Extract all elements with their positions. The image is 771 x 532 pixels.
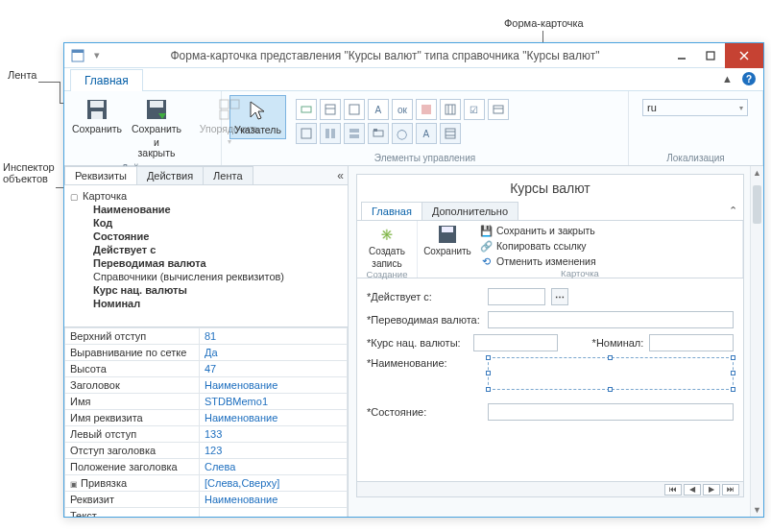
control-item[interactable]: [296, 99, 317, 120]
property-row[interactable]: Текст: [65, 508, 348, 518]
control-item[interactable]: ◯: [392, 123, 413, 144]
scroll-up-icon[interactable]: ▲: [751, 166, 763, 180]
property-value[interactable]: 47: [200, 361, 348, 377]
tree-item[interactable]: Переводимая валюта: [84, 256, 342, 270]
currency-input[interactable]: [488, 311, 734, 328]
control-item[interactable]: [416, 99, 437, 120]
collapse-left-icon[interactable]: «: [337, 169, 344, 182]
tree-item[interactable]: Код: [84, 216, 342, 230]
control-item[interactable]: [344, 99, 365, 120]
property-value[interactable]: 81: [200, 328, 348, 345]
property-value[interactable]: Наименование: [200, 377, 348, 394]
maximize-button[interactable]: [696, 43, 725, 68]
svg-rect-18: [422, 105, 431, 114]
scroll-down-icon[interactable]: ▼: [751, 503, 763, 517]
canvas-save-close-button[interactable]: 💾Сохранить и закрыть: [479, 224, 596, 237]
control-item[interactable]: [320, 123, 341, 144]
control-item[interactable]: [368, 123, 389, 144]
svg-rect-1: [72, 50, 84, 53]
tree-item[interactable]: Состояние: [84, 230, 342, 243]
nav-first-button[interactable]: ⏮: [664, 484, 682, 496]
control-item[interactable]: [344, 123, 365, 144]
ellipsis-button[interactable]: ⋯: [551, 288, 568, 305]
ribbon-collapse-icon[interactable]: ▲: [722, 73, 733, 85]
property-value[interactable]: STDBMemo1: [200, 394, 348, 410]
form-body: *Действует с: ⋯ *Переводимая валюта: *Ку…: [357, 278, 743, 430]
locale-combo[interactable]: ru ▾: [642, 99, 748, 116]
rate-input[interactable]: [473, 334, 558, 351]
minimize-button[interactable]: [667, 43, 696, 68]
canvas-collapse-icon[interactable]: ⌃: [729, 205, 737, 217]
property-row[interactable]: Положение заголовкаСлева: [65, 459, 348, 475]
canvas-undo-button[interactable]: ⟲Отменить изменения: [479, 254, 596, 268]
property-row[interactable]: РеквизитНаименование: [65, 492, 348, 508]
undo-icon: ⟲: [479, 254, 493, 268]
control-item[interactable]: A: [368, 99, 389, 120]
nav-prev-button[interactable]: ◀: [684, 484, 701, 496]
nav-last-button[interactable]: ⏭: [722, 484, 739, 496]
create-record-button[interactable]: ✳️ Создать запись: [363, 224, 411, 269]
tree-item[interactable]: Справочники (вычисления реквизитов): [84, 270, 342, 283]
control-item[interactable]: A: [416, 123, 437, 144]
qat-dropdown-icon[interactable]: ▾: [91, 50, 103, 61]
name-memo-selected[interactable]: [488, 357, 734, 390]
help-icon[interactable]: ?: [742, 72, 756, 85]
field-label-currency: *Переводимая валюта:: [367, 314, 482, 326]
tree-root[interactable]: Карточка: [70, 189, 342, 203]
canvas-tab-main[interactable]: Главная: [361, 202, 422, 220]
scroll-thumb[interactable]: [753, 185, 761, 224]
property-row[interactable]: ЗаголовокНаименование: [65, 377, 348, 394]
save-close-button[interactable]: Сохранить и закрыть: [132, 95, 181, 161]
control-item[interactable]: ☑: [464, 99, 485, 120]
svg-rect-27: [349, 129, 359, 133]
control-item[interactable]: ок: [392, 99, 413, 120]
property-row[interactable]: Верхний отступ81: [65, 328, 348, 345]
object-tree[interactable]: Карточка НаименованиеКодСостояниеДейству…: [64, 185, 348, 327]
property-value[interactable]: 123: [200, 443, 348, 459]
tree-item[interactable]: Номинал: [84, 297, 342, 310]
property-value[interactable]: [200, 508, 348, 518]
control-item[interactable]: [488, 99, 509, 120]
property-value[interactable]: [Слева,Сверху]: [200, 475, 348, 492]
property-grid[interactable]: Верхний отступ81Выравнивание по сеткеДаВ…: [64, 327, 348, 517]
tree-item[interactable]: Курс нац. валюты: [84, 283, 342, 297]
control-item[interactable]: [440, 99, 461, 120]
property-value[interactable]: 133: [200, 426, 348, 443]
save-button[interactable]: Сохранить: [72, 95, 122, 137]
nominal-input[interactable]: [649, 334, 734, 351]
valid-from-input[interactable]: [488, 288, 545, 305]
property-row[interactable]: Выравнивание по сеткеДа: [65, 345, 348, 361]
control-item[interactable]: [296, 123, 317, 144]
property-row[interactable]: Имя реквизитаНаименование: [65, 410, 348, 426]
close-button[interactable]: [725, 43, 763, 68]
canvas-tab-extra[interactable]: Дополнительно: [422, 202, 518, 220]
tree-item[interactable]: Наименование: [84, 203, 342, 216]
inspector-tab-actions[interactable]: Действия: [136, 166, 204, 184]
canvas-ribbon: ✳️ Создать запись Создание Сохранить: [357, 221, 743, 278]
nav-next-button[interactable]: ▶: [703, 484, 720, 496]
property-value[interactable]: Да: [200, 345, 348, 361]
tree-item[interactable]: Действует с: [84, 243, 342, 256]
property-row[interactable]: Высота47: [65, 361, 348, 377]
state-input[interactable]: [488, 403, 734, 421]
property-value[interactable]: Наименование: [200, 410, 348, 426]
ribbon-tab-main[interactable]: Главная: [70, 69, 143, 91]
arrange-label: Упорядочить: [200, 124, 259, 135]
inspector-tab-props[interactable]: Реквизиты: [64, 166, 137, 184]
control-item[interactable]: [320, 99, 341, 120]
chevron-down-icon: ▾: [739, 104, 743, 112]
property-row[interactable]: Отступ заголовка123: [65, 443, 348, 459]
property-row[interactable]: Привязка[Слева,Сверху]: [65, 475, 348, 492]
vertical-scrollbar[interactable]: ▲ ▼: [750, 166, 763, 517]
property-row[interactable]: ИмяSTDBMemo1: [65, 394, 348, 410]
canvas-save-button[interactable]: Сохранить: [423, 224, 471, 268]
inspector-tab-ribbon[interactable]: Лента: [203, 166, 253, 184]
arrange-button[interactable]: Упорядочить ▾: [205, 95, 254, 148]
nav-bar: ⏮ ◀ ▶ ⏭: [357, 481, 743, 496]
canvas-copy-link-button[interactable]: 🔗Копировать ссылку: [479, 239, 596, 253]
property-value[interactable]: Наименование: [200, 492, 348, 508]
property-row[interactable]: Левый отступ133: [65, 426, 348, 443]
property-value[interactable]: Слева: [200, 459, 348, 475]
control-item[interactable]: [440, 123, 461, 144]
design-canvas[interactable]: Курсы валют Главная Дополнительно ⌃ ✳️ С…: [356, 174, 744, 497]
